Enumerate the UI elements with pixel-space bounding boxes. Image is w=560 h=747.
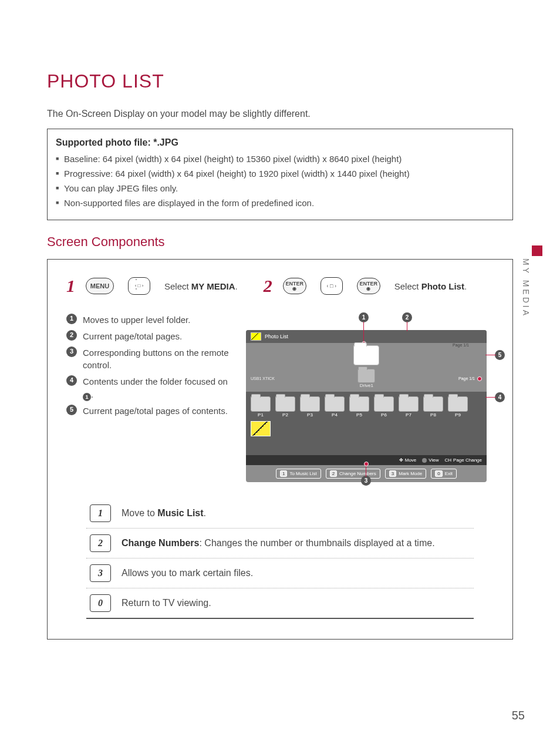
thumb-item[interactable]: P1 [251, 396, 271, 418]
step-number: 2 [264, 276, 272, 296]
info-item: You can play JPEG files only. [56, 183, 504, 193]
step2-text: Select Photo List. [394, 281, 467, 291]
osd-header: Photo List [246, 330, 487, 343]
page-title: PHOTO LIST [47, 70, 513, 92]
table-row: 3 Allows you to mark certain files. [86, 558, 474, 588]
thumb-item[interactable]: P3 [300, 396, 320, 418]
subtitle: Screen Components [47, 234, 513, 250]
page-indicator-right: Page 1/1 [458, 376, 475, 381]
info-item: Progressive: 64 pixel (width) x 64 pixel… [56, 169, 504, 179]
legend-list: 1Moves to upper level folder. 2Current p… [66, 314, 237, 482]
info-box: Supported photo file: *.JPG Baseline: 64… [47, 129, 513, 220]
photo-preview[interactable] [251, 421, 271, 436]
info-item: Baseline: 64 pixel (width) x 64 pixel (h… [56, 154, 504, 164]
step1-text: Select MY MEDIA. [164, 281, 238, 291]
thumb-item[interactable]: P6 [374, 396, 394, 418]
cmd-music-list[interactable]: 1To Music List [276, 469, 321, 479]
components-box: 1 MENU ˄‹ □ ›˅ Select MY MEDIA. 2 ENTER◉… [47, 259, 513, 640]
remote-key-0[interactable]: 0 [90, 594, 111, 612]
osd-title: Photo List [265, 334, 288, 339]
legend-item: 4Contents under the folder focused on 1. [66, 375, 237, 401]
table-row: 0 Return to TV viewing. [86, 588, 474, 619]
cmd-mark-mode[interactable]: 3Mark Mode [385, 469, 426, 479]
remote-key-1[interactable]: 1 [90, 504, 111, 522]
osd-screen: Photo List Page 1/1 USB1 XTICK Drive1 [246, 330, 487, 482]
enter-button[interactable]: ENTER◉ [357, 278, 380, 294]
thumbnail-strip: P1 P2 P3 P4 P5 P6 P7 P8 P9 [246, 392, 487, 455]
thumb-item[interactable]: P7 [399, 396, 419, 418]
step-number: 1 [66, 276, 75, 296]
page-indicator-top: Page 1/1 [453, 343, 469, 347]
callout-5: 5 [495, 350, 505, 360]
page-number: 55 [512, 709, 525, 722]
drive-label: Drive1 [360, 383, 373, 388]
legend-item: 1Moves to upper level folder. [66, 314, 237, 327]
thumb-item[interactable]: P2 [275, 396, 295, 418]
photo-icon [251, 332, 261, 341]
drive-folder-icon[interactable] [357, 369, 375, 383]
thumb-item[interactable]: P8 [423, 396, 443, 418]
enter-button[interactable]: ENTER◉ [283, 278, 306, 294]
thumb-item[interactable]: P9 [448, 396, 468, 418]
cmd-exit[interactable]: 0Exit [431, 469, 457, 479]
nav-button[interactable]: ˄‹ □ ›˅ [128, 277, 150, 295]
remote-key-2[interactable]: 2 [90, 534, 111, 552]
remote-key-3[interactable]: 3 [90, 564, 111, 582]
cmd-change-numbers[interactable]: 2Change Numbers [326, 469, 380, 479]
table-row: 1 Move to Music List. [86, 499, 474, 528]
legend-item: 5Current page/total pages of contents. [66, 405, 237, 418]
bottom-table: 1 Move to Music List. 2 Change Numbers: … [86, 499, 474, 619]
callout-3: 3 [361, 476, 371, 486]
intro-text: The On-Screen Display on your model may … [47, 109, 513, 119]
info-title: Supported photo file: *.JPG [56, 137, 504, 148]
nav-button[interactable]: ‹ □ › [321, 277, 343, 295]
thumb-item[interactable]: P4 [325, 396, 345, 418]
legend-item: 3Corresponding buttons on the remote con… [66, 346, 237, 372]
page-dot-icon [477, 376, 482, 381]
usb-label: USB1 XTICK [251, 376, 275, 381]
info-item: Non-supported files are displayed in the… [56, 198, 504, 208]
up-folder-icon[interactable] [353, 345, 379, 365]
table-row: 2 Change Numbers: Changes the number or … [86, 528, 474, 558]
callout-4: 4 [495, 392, 505, 402]
menu-button[interactable]: MENU [86, 278, 114, 294]
callout-1: 1 [359, 312, 369, 322]
thumb-item[interactable]: P5 [349, 396, 369, 418]
steps-row: 1 MENU ˄‹ □ ›˅ Select MY MEDIA. 2 ENTER◉… [66, 276, 494, 296]
callout-2: 2 [402, 312, 412, 322]
legend-item: 2Current page/total pages. [66, 330, 237, 343]
